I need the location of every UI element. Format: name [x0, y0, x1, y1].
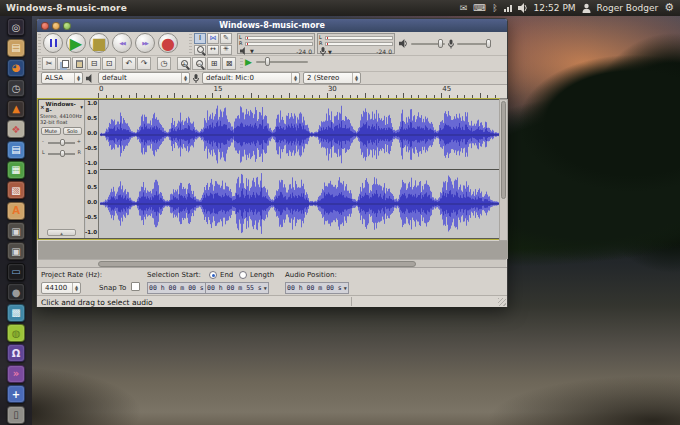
launcher-item-video-editor[interactable]: ▩ — [0, 302, 32, 322]
playback-device-select[interactable]: default▲▼ — [98, 72, 190, 84]
username[interactable]: Roger Bodger — [597, 3, 659, 13]
time-shift-tool-button[interactable]: ↔ — [207, 45, 219, 56]
sync-lock-button[interactable]: ◷ — [157, 57, 171, 70]
play-speed-slider[interactable] — [256, 61, 308, 63]
selection-end-field[interactable]: 00 h 00 m 55 s▼ — [205, 282, 269, 294]
playback-meter[interactable]: L R ▼ -24 0 — [237, 33, 315, 54]
launcher-item-vlc[interactable]: ▲ — [0, 99, 32, 119]
launcher-item-photos[interactable]: ❖ — [0, 119, 32, 139]
project-rate-select[interactable]: 44100▲▼ — [41, 282, 81, 294]
launcher-item-libreoffice-writer[interactable]: ▤ — [0, 139, 32, 159]
track-menu-icon[interactable]: ▾ — [80, 104, 83, 110]
ruler-tick — [457, 95, 458, 98]
launcher-item-image-viewer[interactable]: ▭ — [0, 262, 32, 282]
undo-button[interactable]: ↶ — [122, 57, 136, 70]
horizontal-scrollbar[interactable] — [38, 259, 506, 267]
ruler-tick — [335, 95, 336, 98]
zoom-out-button[interactable] — [192, 57, 206, 70]
play-at-speed-icon[interactable]: ▶ — [245, 57, 252, 67]
pan-slider[interactable]: L R — [42, 149, 81, 157]
track-close-icon[interactable]: × — [40, 104, 45, 110]
launcher-item-libreoffice-impress[interactable]: ▧ — [0, 180, 32, 200]
channels-select[interactable]: 2 (Stereo▲▼ — [303, 72, 361, 84]
cut-button[interactable]: ✂ — [42, 57, 56, 70]
selection-start-field[interactable]: 00 h 00 m 00 s▼ — [147, 282, 211, 294]
toolbar-grip[interactable] — [38, 34, 41, 53]
end-radio-label: End — [220, 271, 233, 279]
window-titlebar[interactable]: Windows-8-music-more — [37, 19, 507, 32]
launcher-item-screenshot-tool[interactable]: ▣ — [0, 221, 32, 241]
network-icon[interactable] — [504, 4, 512, 12]
launcher-item-webcam-app[interactable]: ● — [0, 282, 32, 302]
timeline-ruler[interactable]: 0153045 — [37, 85, 507, 99]
length-radio[interactable] — [239, 271, 247, 279]
track-name[interactable]: Windows-8- — [46, 101, 80, 113]
paste-button[interactable] — [72, 57, 86, 70]
mute-button[interactable]: Mute — [41, 127, 61, 135]
recording-device-select[interactable]: default: Mic:0▲▼ — [202, 72, 300, 84]
redo-button[interactable]: ↷ — [137, 57, 151, 70]
zoom-tool-button[interactable] — [194, 45, 206, 56]
track-background-area[interactable] — [38, 241, 508, 259]
launcher-item-installer[interactable]: + — [0, 384, 32, 404]
audio-position-field[interactable]: 00 h 00 m 00 s▼ — [285, 282, 349, 294]
launcher-item-ubuntu-one[interactable]: ◍ — [0, 323, 32, 343]
output-volume-slider[interactable] — [411, 43, 445, 45]
audio-host-select[interactable]: ALSA▲▼ — [41, 72, 83, 84]
resize-grip[interactable] — [498, 298, 506, 306]
gain-slider[interactable]: - + — [42, 138, 81, 146]
pause-button[interactable] — [43, 33, 63, 53]
toolbar-grip[interactable] — [240, 58, 243, 69]
waveform-display[interactable] — [100, 100, 499, 238]
record-button[interactable]: ● — [158, 33, 178, 53]
play-button[interactable]: ▶ — [66, 33, 86, 53]
skip-end-button[interactable]: ▶▶ — [135, 33, 155, 53]
launcher-item-screencast-tool[interactable]: ▣ — [0, 241, 32, 261]
close-button[interactable] — [41, 22, 49, 30]
draw-tool-button[interactable]: ✎ — [220, 33, 232, 44]
clock[interactable]: 12:52 PM — [534, 3, 576, 13]
multi-tool-button[interactable]: ✳ — [220, 45, 232, 56]
vertical-scrollbar[interactable] — [499, 99, 508, 241]
volume-icon[interactable] — [518, 3, 528, 13]
launcher-item-podcast-app[interactable]: » — [0, 364, 32, 384]
mail-icon[interactable]: ✉ — [460, 0, 468, 16]
dropdown-arrow-icon[interactable]: ▼ — [328, 49, 332, 55]
recording-meter[interactable]: L R ▼ -24 0 — [317, 33, 395, 54]
ruler-tick — [113, 95, 114, 98]
gear-icon[interactable]: ⚙ — [664, 0, 674, 16]
ruler-tick — [220, 95, 221, 98]
snap-to-checkbox[interactable] — [131, 282, 140, 291]
skip-start-button[interactable]: ◀◀ — [112, 33, 132, 53]
fit-selection-button[interactable]: ⊞ — [207, 57, 221, 70]
toolbar-grip[interactable] — [38, 58, 41, 69]
toolbar-grip[interactable] — [189, 34, 192, 53]
launcher-item-dash-home[interactable]: ◎ — [0, 17, 32, 37]
track-collapse-button[interactable]: ▴ — [47, 229, 76, 236]
selection-tool-button[interactable]: Ι — [194, 33, 206, 44]
launcher-item-music-app[interactable]: Ω — [0, 343, 32, 363]
keyboard-icon[interactable]: ⌨ — [473, 0, 486, 16]
envelope-tool-button[interactable]: ⋈ — [207, 33, 219, 44]
zoom-in-button[interactable] — [177, 57, 191, 70]
launcher-item-clock-app[interactable]: ◷ — [0, 78, 32, 98]
fit-project-button[interactable]: ⊠ — [222, 57, 236, 70]
launcher-item-libreoffice-calc[interactable]: ▦ — [0, 160, 32, 180]
copy-button[interactable] — [57, 57, 71, 70]
solo-button[interactable]: Solo — [63, 127, 83, 135]
dropdown-arrow-icon[interactable]: ▼ — [250, 48, 254, 54]
launcher-item-files[interactable]: ▤ — [0, 37, 32, 57]
silence-button[interactable]: ⊡ — [102, 57, 116, 70]
silence-icon: ⊡ — [106, 59, 113, 68]
maximize-button[interactable] — [63, 22, 71, 30]
trim-button[interactable]: ⊟ — [87, 57, 101, 70]
end-radio[interactable] — [209, 271, 217, 279]
stop-button[interactable]: ■ — [89, 33, 109, 53]
launcher-item-software-center[interactable]: A — [0, 201, 32, 221]
launcher-item-firefox[interactable]: ◕ — [0, 58, 32, 78]
audio-track[interactable]: × Windows-8- ▾ Stereo, 44100Hz 32-bit fl… — [38, 99, 499, 239]
launcher-item-archive-manager[interactable]: ▯ — [0, 404, 32, 424]
input-volume-slider[interactable] — [457, 43, 491, 45]
bluetooth-icon[interactable]: ᛒ — [492, 0, 497, 16]
minimize-button[interactable] — [52, 22, 60, 30]
